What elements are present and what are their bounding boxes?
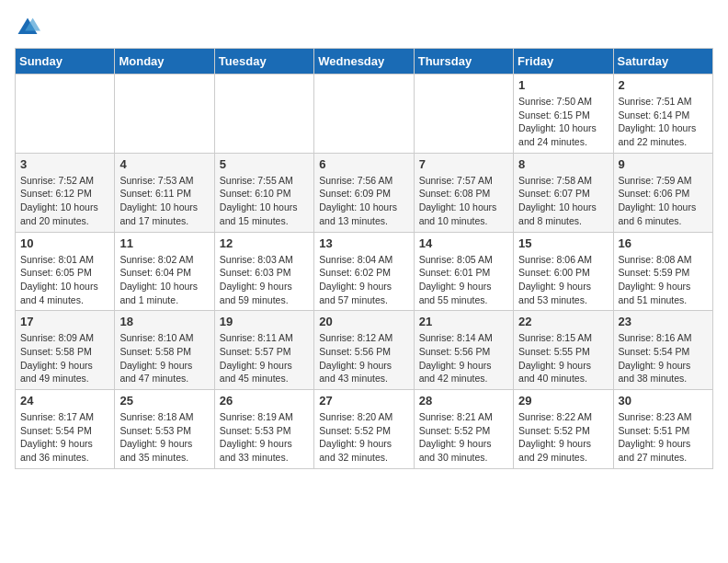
calendar-cell: 14Sunrise: 8:05 AM Sunset: 6:01 PM Dayli… [414, 232, 513, 311]
day-info: Sunrise: 8:05 AM Sunset: 6:01 PM Dayligh… [419, 253, 508, 307]
day-number: 22 [518, 315, 608, 328]
day-number: 9 [619, 157, 708, 171]
calendar-cell [115, 75, 214, 154]
day-number: 19 [220, 315, 309, 328]
logo-icon [15, 15, 40, 40]
day-number: 26 [220, 394, 309, 408]
day-info: Sunrise: 7:52 AM Sunset: 6:12 PM Dayligh… [20, 174, 109, 228]
day-number: 15 [518, 236, 608, 250]
calendar-cell: 16Sunrise: 8:08 AM Sunset: 5:59 PM Dayli… [613, 232, 712, 311]
calendar-cell: 9Sunrise: 7:59 AM Sunset: 6:06 PM Daylig… [613, 153, 712, 232]
calendar-cell: 6Sunrise: 7:56 AM Sunset: 6:09 PM Daylig… [314, 153, 414, 232]
day-info: Sunrise: 8:08 AM Sunset: 5:59 PM Dayligh… [619, 253, 708, 307]
day-number: 11 [119, 236, 209, 250]
calendar-cell: 28Sunrise: 8:21 AM Sunset: 5:52 PM Dayli… [414, 390, 513, 469]
calendar-week-4: 17Sunrise: 8:09 AM Sunset: 5:58 PM Dayli… [16, 311, 713, 390]
day-info: Sunrise: 7:59 AM Sunset: 6:06 PM Dayligh… [619, 174, 708, 228]
day-info: Sunrise: 8:17 AM Sunset: 5:54 PM Dayligh… [20, 410, 109, 465]
day-info: Sunrise: 8:02 AM Sunset: 6:04 PM Dayligh… [119, 253, 209, 307]
calendar-cell: 21Sunrise: 8:14 AM Sunset: 5:56 PM Dayli… [414, 311, 513, 390]
calendar-cell: 13Sunrise: 8:04 AM Sunset: 6:02 PM Dayli… [314, 232, 414, 311]
calendar-cell: 2Sunrise: 7:51 AM Sunset: 6:14 PM Daylig… [613, 75, 712, 154]
calendar-cell: 24Sunrise: 8:17 AM Sunset: 5:54 PM Dayli… [16, 390, 115, 469]
day-number: 5 [220, 157, 309, 171]
calendar-cell: 30Sunrise: 8:23 AM Sunset: 5:51 PM Dayli… [613, 390, 712, 469]
calendar-cell: 5Sunrise: 7:55 AM Sunset: 6:10 PM Daylig… [214, 153, 313, 232]
calendar-week-3: 10Sunrise: 8:01 AM Sunset: 6:05 PM Dayli… [16, 232, 713, 311]
day-number: 27 [319, 394, 408, 408]
calendar-cell: 3Sunrise: 7:52 AM Sunset: 6:12 PM Daylig… [16, 153, 115, 232]
calendar-cell: 29Sunrise: 8:22 AM Sunset: 5:52 PM Dayli… [514, 390, 613, 469]
day-info: Sunrise: 8:23 AM Sunset: 5:51 PM Dayligh… [619, 410, 708, 465]
calendar-cell: 20Sunrise: 8:12 AM Sunset: 5:56 PM Dayli… [314, 311, 414, 390]
day-number: 30 [619, 394, 708, 408]
calendar-cell: 1Sunrise: 7:50 AM Sunset: 6:15 PM Daylig… [514, 75, 613, 154]
weekday-header-sunday: Sunday [16, 49, 115, 75]
day-info: Sunrise: 8:01 AM Sunset: 6:05 PM Dayligh… [20, 253, 109, 307]
day-number: 24 [20, 394, 109, 408]
page-header [15, 15, 713, 40]
calendar-cell: 17Sunrise: 8:09 AM Sunset: 5:58 PM Dayli… [16, 311, 115, 390]
weekday-header-monday: Monday [115, 49, 214, 75]
weekday-header-tuesday: Tuesday [214, 49, 313, 75]
calendar-cell: 12Sunrise: 8:03 AM Sunset: 6:03 PM Dayli… [214, 232, 313, 311]
day-number: 28 [419, 394, 508, 408]
day-number: 10 [20, 236, 109, 250]
day-number: 1 [518, 78, 608, 92]
day-number: 23 [619, 315, 708, 328]
calendar-week-1: 1Sunrise: 7:50 AM Sunset: 6:15 PM Daylig… [16, 75, 713, 154]
calendar-cell: 11Sunrise: 8:02 AM Sunset: 6:04 PM Dayli… [115, 232, 214, 311]
calendar-cell [414, 75, 513, 154]
calendar-cell: 4Sunrise: 7:53 AM Sunset: 6:11 PM Daylig… [115, 153, 214, 232]
weekday-header-saturday: Saturday [613, 49, 712, 75]
day-info: Sunrise: 8:16 AM Sunset: 5:54 PM Dayligh… [619, 331, 708, 385]
day-number: 29 [518, 394, 608, 408]
day-number: 25 [119, 394, 209, 408]
day-number: 4 [119, 157, 209, 171]
day-number: 13 [319, 236, 408, 250]
weekday-header-wednesday: Wednesday [314, 49, 414, 75]
day-number: 20 [319, 315, 408, 328]
calendar-cell [16, 75, 115, 154]
weekday-header-friday: Friday [514, 49, 613, 75]
day-info: Sunrise: 8:12 AM Sunset: 5:56 PM Dayligh… [319, 331, 408, 385]
calendar-cell: 19Sunrise: 8:11 AM Sunset: 5:57 PM Dayli… [214, 311, 313, 390]
day-info: Sunrise: 8:10 AM Sunset: 5:58 PM Dayligh… [119, 331, 209, 385]
day-info: Sunrise: 8:20 AM Sunset: 5:52 PM Dayligh… [319, 410, 408, 465]
day-info: Sunrise: 7:57 AM Sunset: 6:08 PM Dayligh… [419, 174, 508, 228]
calendar-cell: 18Sunrise: 8:10 AM Sunset: 5:58 PM Dayli… [115, 311, 214, 390]
day-info: Sunrise: 7:55 AM Sunset: 6:10 PM Dayligh… [220, 174, 309, 228]
day-number: 2 [619, 78, 708, 92]
calendar-cell: 10Sunrise: 8:01 AM Sunset: 6:05 PM Dayli… [16, 232, 115, 311]
day-info: Sunrise: 7:58 AM Sunset: 6:07 PM Dayligh… [518, 174, 608, 228]
day-number: 8 [518, 157, 608, 171]
calendar-header: SundayMondayTuesdayWednesdayThursdayFrid… [16, 49, 713, 75]
day-info: Sunrise: 7:51 AM Sunset: 6:14 PM Dayligh… [619, 95, 708, 149]
day-info: Sunrise: 8:09 AM Sunset: 5:58 PM Dayligh… [20, 331, 109, 385]
calendar-cell: 7Sunrise: 7:57 AM Sunset: 6:08 PM Daylig… [414, 153, 513, 232]
day-info: Sunrise: 8:15 AM Sunset: 5:55 PM Dayligh… [518, 331, 608, 385]
day-number: 7 [419, 157, 508, 171]
day-info: Sunrise: 8:06 AM Sunset: 6:00 PM Dayligh… [518, 253, 608, 307]
day-info: Sunrise: 8:04 AM Sunset: 6:02 PM Dayligh… [319, 253, 408, 307]
calendar-cell: 26Sunrise: 8:19 AM Sunset: 5:53 PM Dayli… [214, 390, 313, 469]
weekday-header-thursday: Thursday [414, 49, 513, 75]
day-info: Sunrise: 7:53 AM Sunset: 6:11 PM Dayligh… [119, 174, 209, 228]
calendar-cell: 23Sunrise: 8:16 AM Sunset: 5:54 PM Dayli… [613, 311, 712, 390]
calendar-cell: 22Sunrise: 8:15 AM Sunset: 5:55 PM Dayli… [514, 311, 613, 390]
day-number: 3 [20, 157, 109, 171]
day-info: Sunrise: 7:50 AM Sunset: 6:15 PM Dayligh… [518, 95, 608, 149]
day-info: Sunrise: 8:22 AM Sunset: 5:52 PM Dayligh… [518, 410, 608, 465]
day-info: Sunrise: 8:03 AM Sunset: 6:03 PM Dayligh… [220, 253, 309, 307]
calendar-week-5: 24Sunrise: 8:17 AM Sunset: 5:54 PM Dayli… [16, 390, 713, 469]
day-info: Sunrise: 8:21 AM Sunset: 5:52 PM Dayligh… [419, 410, 508, 465]
day-number: 21 [419, 315, 508, 328]
calendar-cell: 8Sunrise: 7:58 AM Sunset: 6:07 PM Daylig… [514, 153, 613, 232]
calendar-cell: 27Sunrise: 8:20 AM Sunset: 5:52 PM Dayli… [314, 390, 414, 469]
logo [15, 15, 44, 40]
day-number: 14 [419, 236, 508, 250]
day-info: Sunrise: 8:11 AM Sunset: 5:57 PM Dayligh… [220, 331, 309, 385]
day-info: Sunrise: 8:19 AM Sunset: 5:53 PM Dayligh… [220, 410, 309, 465]
day-number: 18 [119, 315, 209, 328]
day-number: 16 [619, 236, 708, 250]
